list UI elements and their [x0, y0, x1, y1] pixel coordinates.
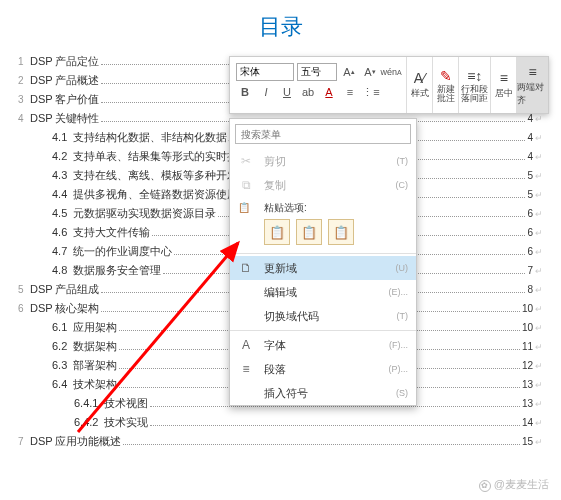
paste-merge[interactable]: 📋: [296, 219, 322, 245]
toc-section-num: 6.1: [52, 321, 67, 333]
toc-label: DSP 产品定位: [30, 54, 99, 69]
paragraph-mark: ↵: [535, 190, 543, 200]
toc-page-num: 13: [522, 398, 533, 409]
toc-page-num: 4: [527, 132, 533, 143]
toc-entry[interactable]: 6.4.2技术实现14↵: [18, 415, 543, 430]
paragraph-mark: ↵: [535, 114, 543, 124]
new-comment-button[interactable]: ✎新建 批注: [432, 57, 458, 113]
toc-page-num: 15: [522, 436, 533, 447]
toc-label: 应用架构: [73, 320, 117, 335]
toc-section-num: 4.3: [52, 169, 67, 181]
phonetic-icon[interactable]: wénA: [382, 63, 400, 81]
paste-options: 📋 📋 📋: [230, 217, 416, 251]
font-select[interactable]: [236, 63, 294, 81]
toc-outline-num: 5: [18, 284, 30, 295]
menu-edit-field[interactable]: 编辑域(E)...: [230, 280, 416, 304]
toc-leader: [150, 425, 519, 426]
toc-section-num: 4.7: [52, 245, 67, 257]
toc-page-num: 5: [527, 170, 533, 181]
toc-page-num: 7: [527, 265, 533, 276]
toc-outline-num: 2: [18, 75, 30, 86]
paragraph-mark: ↵: [535, 342, 543, 352]
paragraph-mark: ↵: [535, 418, 543, 428]
toc-section-num: 6.3: [52, 359, 67, 371]
align-center-button[interactable]: ≡居中: [490, 57, 516, 113]
menu-search-input[interactable]: [235, 124, 411, 144]
toc-entry[interactable]: 7DSP 应用功能概述15↵: [18, 434, 543, 449]
spacing-icon: ≡↕: [467, 68, 482, 84]
toc-label: 数据服务安全管理: [73, 263, 161, 278]
justify-button[interactable]: ≡两端对齐: [516, 57, 548, 113]
menu-update-field[interactable]: 🗋更新域(U): [230, 256, 416, 280]
toc-page-num: 6: [527, 208, 533, 219]
underline-icon[interactable]: U: [278, 83, 296, 101]
toc-section-num: 4.6: [52, 226, 67, 238]
numbering-icon[interactable]: ⋮≡: [362, 83, 380, 101]
toc-page-num: 10: [522, 322, 533, 333]
separator: [230, 330, 416, 331]
toc-page-num: 8: [527, 284, 533, 295]
menu-font[interactable]: A字体(F)...: [230, 333, 416, 357]
toc-outline-num: 7: [18, 436, 30, 447]
mini-toolbar: A▴ A▾ wénA B I U ab A ≡ ⋮≡ A⁄样式 ✎新建 批注 ≡…: [229, 56, 549, 114]
menu-toggle-code[interactable]: 切换域代码(T): [230, 304, 416, 328]
center-icon: ≡: [500, 70, 508, 86]
copy-icon: ⧉: [238, 178, 254, 192]
toc-label: 部署架构: [73, 358, 117, 373]
styles-icon: A⁄: [414, 70, 426, 86]
toc-section-num: 4.1: [52, 131, 67, 143]
paragraph-mark: ↵: [535, 361, 543, 371]
toc-outline-num: 3: [18, 94, 30, 105]
toc-label: 技术实现: [104, 415, 148, 430]
toc-page-num: 6: [527, 246, 533, 257]
toc-label: 数据架构: [73, 339, 117, 354]
toc-page-num: 4: [527, 113, 533, 124]
bold-icon[interactable]: B: [236, 83, 254, 101]
font-icon: A: [238, 338, 254, 352]
update-icon: 🗋: [238, 261, 254, 275]
paragraph-mark: ↵: [535, 171, 543, 181]
context-menu: ✂剪切(T) ⧉复制(C) 📋粘贴选项: 📋 📋 📋 🗋更新域(U) 编辑域(E…: [229, 118, 417, 406]
menu-insert-symbol[interactable]: 插入符号(S): [230, 381, 416, 405]
paste-label: 📋粘贴选项:: [230, 197, 416, 217]
toc-outline-num: 1: [18, 56, 30, 67]
shrink-font-icon[interactable]: A▾: [361, 63, 379, 81]
toc-page-num: 13: [522, 379, 533, 390]
paste-keep-formatting[interactable]: 📋: [264, 219, 290, 245]
toc-label: DSP 产品概述: [30, 73, 99, 88]
toc-page-num: 4: [527, 151, 533, 162]
grow-font-icon[interactable]: A▴: [340, 63, 358, 81]
line-spacing-button[interactable]: ≡↕行和段落间距: [458, 57, 490, 113]
paragraph-mark: ↵: [535, 304, 543, 314]
italic-icon[interactable]: I: [257, 83, 275, 101]
toc-label: DSP 核心架构: [30, 301, 99, 316]
toc-outline-num: 6: [18, 303, 30, 314]
font-size-select[interactable]: [297, 63, 337, 81]
toc-label: 元数据驱动实现数据资源目录: [73, 206, 216, 221]
toc-label: DSP 应用功能概述: [30, 434, 121, 449]
font-color-icon[interactable]: A: [320, 83, 338, 101]
toc-leader: [150, 406, 519, 407]
menu-cut: ✂剪切(T): [230, 149, 416, 173]
menu-paragraph[interactable]: ≡段落(P)...: [230, 357, 416, 381]
paragraph-mark: ↵: [535, 437, 543, 447]
toc-section-num: 6.2: [52, 340, 67, 352]
toc-section-num: 6.4.1: [74, 397, 98, 409]
paragraph-mark: ↵: [535, 152, 543, 162]
highlight-icon[interactable]: ab: [299, 83, 317, 101]
toc-page-num: 14: [522, 417, 533, 428]
styles-button[interactable]: A⁄样式: [406, 57, 432, 113]
paragraph-mark: ↵: [535, 133, 543, 143]
toc-label: 统一的作业调度中心: [73, 244, 172, 259]
toc-page-num: 5: [527, 189, 533, 200]
bullets-icon[interactable]: ≡: [341, 83, 359, 101]
toc-label: 支持大文件传输: [73, 225, 150, 240]
paste-text-only[interactable]: 📋: [328, 219, 354, 245]
paragraph-mark: ↵: [535, 228, 543, 238]
toc-label: 技术视图: [104, 396, 148, 411]
toc-label: 技术架构: [73, 377, 117, 392]
justify-icon: ≡: [529, 64, 537, 80]
watermark: ✿@麦麦生活: [479, 477, 549, 492]
toc-label: DSP 产品组成: [30, 282, 99, 297]
toc-section-num: 6.4: [52, 378, 67, 390]
